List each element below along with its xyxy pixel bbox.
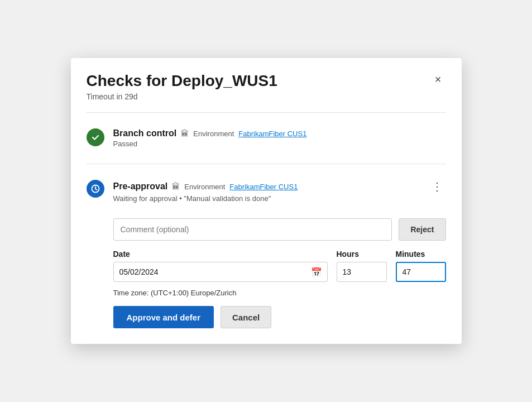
- pre-approval-env-link[interactable]: FabrikamFiber CUS1: [229, 183, 298, 191]
- close-button[interactable]: ×: [430, 71, 446, 87]
- divider-mid: [87, 164, 446, 164]
- pre-approval-status-icon: [87, 180, 104, 198]
- action-row: Approve and defer Cancel: [113, 306, 446, 328]
- pre-approval-content: Pre-approval 🏛 Environment FabrikamFiber…: [113, 180, 446, 203]
- minutes-input[interactable]: [396, 262, 446, 282]
- timezone-text: Time zone: (UTC+1:00) Europe/Zurich: [113, 289, 446, 297]
- pre-approval-item: Pre-approval 🏛 Environment FabrikamFiber…: [87, 173, 446, 209]
- branch-control-env-label: Environment: [193, 130, 234, 138]
- minutes-label: Minutes: [396, 250, 446, 259]
- pre-approval-name: Pre-approval: [113, 181, 168, 192]
- checks-modal: Checks for Deploy_WUS1 Timeout in 29d × …: [71, 58, 462, 344]
- hours-input[interactable]: [337, 262, 387, 282]
- cancel-button[interactable]: Cancel: [221, 306, 271, 328]
- date-time-row: Date 📅 Hours Minutes: [113, 250, 446, 282]
- approval-form: Reject Date 📅 Hours Minutes Time zone: (…: [87, 218, 446, 328]
- branch-control-name: Branch control: [113, 128, 177, 138]
- divider-top: [87, 112, 446, 113]
- branch-control-title-row: Branch control 🏛 Environment FabrikamFib…: [113, 128, 446, 138]
- minutes-field-group: Minutes: [396, 250, 446, 282]
- pre-approval-env-label: Environment: [184, 183, 225, 191]
- hours-label: Hours: [337, 250, 387, 259]
- modal-header: Checks for Deploy_WUS1 Timeout in 29d ×: [87, 71, 446, 102]
- branch-control-env-icon: 🏛: [181, 129, 189, 138]
- branch-control-status: Passed: [113, 140, 446, 148]
- date-field-group: Date 📅: [113, 250, 328, 282]
- modal-subtitle: Timeout in 29d: [87, 92, 277, 101]
- pre-approval-status: Waiting for approval • "Manual validatio…: [113, 194, 446, 203]
- branch-control-content: Branch control 🏛 Environment FabrikamFib…: [113, 128, 446, 148]
- reject-button[interactable]: Reject: [399, 218, 445, 241]
- pre-approval-more-button[interactable]: ⋮: [429, 180, 446, 193]
- pre-approval-env-icon: 🏛: [172, 182, 180, 191]
- pre-approval-title-row: Pre-approval 🏛 Environment FabrikamFiber…: [113, 180, 446, 193]
- branch-control-status-icon: [87, 128, 104, 146]
- comment-input[interactable]: [113, 218, 392, 241]
- date-label: Date: [113, 250, 328, 259]
- comment-reject-row: Reject: [113, 218, 446, 241]
- approve-defer-button[interactable]: Approve and defer: [113, 306, 214, 328]
- branch-control-env-link[interactable]: FabrikamFiber CUS1: [238, 130, 306, 138]
- branch-control-item: Branch control 🏛 Environment FabrikamFib…: [87, 122, 446, 155]
- date-input-wrapper: 📅: [113, 262, 328, 282]
- modal-title: Checks for Deploy_WUS1: [87, 71, 277, 90]
- hours-field-group: Hours: [337, 250, 387, 282]
- date-input[interactable]: [113, 262, 328, 282]
- modal-title-block: Checks for Deploy_WUS1 Timeout in 29d: [87, 71, 277, 102]
